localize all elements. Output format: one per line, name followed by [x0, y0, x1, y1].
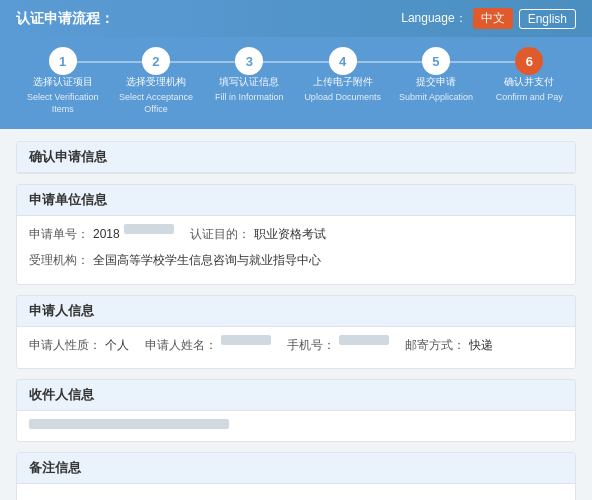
- step-4-cn: 上传电子附件: [313, 75, 373, 88]
- step-5: 5 提交申请 Submit Application: [389, 47, 482, 104]
- step-2-cn: 选择受理机构: [126, 75, 186, 88]
- purpose-label: 认证目的：: [190, 224, 250, 246]
- steps-bar: 1 选择认证项目 Select Verification Items 2 选择受…: [0, 37, 592, 129]
- remark-card: 备注信息: [16, 452, 576, 500]
- applicant-person-card: 申请人信息 申请人性质： 个人 申请人姓名： 手机号： 邮寄方式： 快递: [16, 295, 576, 370]
- phone-blurred: [339, 335, 389, 345]
- step-4-circle: 4: [329, 47, 357, 75]
- main-content: 确认申请信息 申请单位信息 申请单号： 2018 认证目的： 职业资格考试 受理…: [0, 129, 592, 500]
- step-3-cn: 填写认证信息: [219, 75, 279, 88]
- office-value: 全国高等学校学生信息咨询与就业指导中心: [93, 250, 321, 272]
- step-2-circle: 2: [142, 47, 170, 75]
- step-1-cn: 选择认证项目: [33, 75, 93, 88]
- step-2-en: Select Acceptance Office: [109, 92, 202, 115]
- name-field: 申请人姓名：: [145, 335, 271, 357]
- step-4-en: Upload Documents: [304, 92, 381, 104]
- step-6-cn: 确认并支付: [504, 75, 554, 88]
- confirm-section-header: 确认申请信息: [17, 142, 575, 173]
- step-1-circle: 1: [49, 47, 77, 75]
- office-field: 受理机构： 全国高等学校学生信息咨询与就业指导中心: [29, 250, 321, 272]
- lang-zh-button[interactable]: 中文: [473, 8, 513, 29]
- step-3-circle: 3: [235, 47, 263, 75]
- post-field: 邮寄方式： 快递: [405, 335, 493, 357]
- applicant-unit-body: 申请单号： 2018 认证目的： 职业资格考试 受理机构： 全国高等学校学生信息…: [17, 216, 575, 283]
- order-blurred: [124, 224, 174, 234]
- confirm-section-card: 确认申请信息: [16, 141, 576, 174]
- phone-label: 手机号：: [287, 335, 335, 357]
- recipient-blurred: [29, 419, 229, 429]
- language-label: Language：: [401, 10, 466, 27]
- applicant-person-header: 申请人信息: [17, 296, 575, 327]
- top-header: 认证申请流程： Language： 中文 English: [0, 0, 592, 37]
- nature-value: 个人: [105, 335, 129, 357]
- step-6-en: Confirm and Pay: [496, 92, 563, 104]
- recipient-header: 收件人信息: [17, 380, 575, 411]
- step-1-en: Select Verification Items: [16, 92, 109, 115]
- recipient-card: 收件人信息: [16, 379, 576, 442]
- purpose-value: 职业资格考试: [254, 224, 326, 246]
- step-1: 1 选择认证项目 Select Verification Items: [16, 47, 109, 115]
- step-2: 2 选择受理机构 Select Acceptance Office: [109, 47, 202, 115]
- name-blurred: [221, 335, 271, 345]
- applicant-unit-row: 申请单号： 2018 认证目的： 职业资格考试 受理机构： 全国高等学校学生信息…: [29, 224, 563, 271]
- purpose-field: 认证目的： 职业资格考试: [190, 224, 326, 246]
- post-value: 快递: [469, 335, 493, 357]
- office-label: 受理机构：: [29, 250, 89, 272]
- step-4: 4 上传电子附件 Upload Documents: [296, 47, 389, 104]
- recipient-row: [29, 419, 563, 429]
- steps-container: 1 选择认证项目 Select Verification Items 2 选择受…: [16, 47, 576, 115]
- applicant-unit-card: 申请单位信息 申请单号： 2018 认证目的： 职业资格考试 受理机构： 全国高…: [16, 184, 576, 284]
- step-3-en: Fill in Information: [215, 92, 284, 104]
- step-5-en: Submit Application: [399, 92, 473, 104]
- remark-header: 备注信息: [17, 453, 575, 484]
- lang-en-button[interactable]: English: [519, 9, 576, 29]
- page-title: 认证申请流程：: [16, 10, 114, 28]
- step-5-cn: 提交申请: [416, 75, 456, 88]
- order-field: 申请单号： 2018: [29, 224, 174, 246]
- phone-field: 手机号：: [287, 335, 389, 357]
- recipient-body: [17, 411, 575, 441]
- name-label: 申请人姓名：: [145, 335, 217, 357]
- post-label: 邮寄方式：: [405, 335, 465, 357]
- nature-label: 申请人性质：: [29, 335, 101, 357]
- remark-body: [17, 484, 575, 500]
- nature-field: 申请人性质： 个人: [29, 335, 129, 357]
- order-value: 2018: [93, 224, 120, 246]
- step-6-circle: 6: [515, 47, 543, 75]
- order-label: 申请单号：: [29, 224, 89, 246]
- step-6: 6 确认并支付 Confirm and Pay: [483, 47, 576, 104]
- step-5-circle: 5: [422, 47, 450, 75]
- applicant-person-body: 申请人性质： 个人 申请人姓名： 手机号： 邮寄方式： 快递: [17, 327, 575, 369]
- language-selector: Language： 中文 English: [401, 8, 576, 29]
- applicant-person-row: 申请人性质： 个人 申请人姓名： 手机号： 邮寄方式： 快递: [29, 335, 563, 357]
- applicant-unit-header: 申请单位信息: [17, 185, 575, 216]
- step-3: 3 填写认证信息 Fill in Information: [203, 47, 296, 104]
